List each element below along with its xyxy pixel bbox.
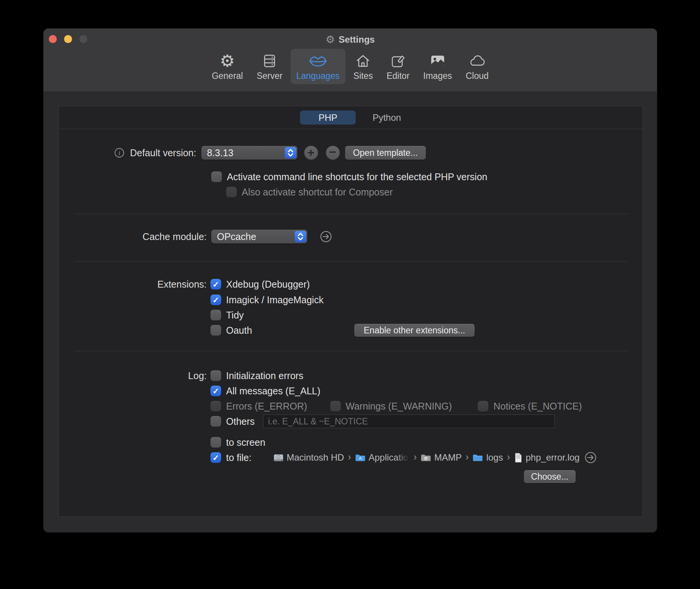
path-label: Applications: [369, 452, 410, 463]
initialization-errors-label: Initialization errors: [226, 370, 303, 381]
all-messages-label: All messages (E_ALL): [226, 386, 320, 397]
tab-python[interactable]: Python: [372, 112, 401, 123]
house-icon: [355, 52, 371, 70]
remove-version-button[interactable]: [326, 146, 340, 160]
toolbar-item-cloud[interactable]: Cloud: [460, 49, 494, 84]
choose-file-button[interactable]: Choose...: [524, 470, 576, 483]
log-file-icon: [514, 453, 523, 463]
to-screen-label: to screen: [226, 437, 265, 448]
open-template-button[interactable]: Open template...: [345, 146, 426, 160]
toolbar-item-editor[interactable]: Editor: [381, 49, 415, 84]
toolbar-item-images[interactable]: Images: [417, 49, 458, 84]
path-item: php_error.log: [514, 452, 580, 463]
log-file-path: Macintosh HD › A Applications ›: [273, 451, 597, 464]
path-label: logs: [486, 452, 503, 463]
chevron-up-down-icon: [285, 147, 296, 158]
extension-row: Oauth: [210, 323, 252, 338]
pencil-square-icon: [390, 52, 406, 70]
info-icon[interactable]: i: [114, 147, 125, 158]
chevron-up-down-icon: [295, 231, 306, 242]
xdebug-label: Xdebug (Debugger): [226, 279, 310, 290]
toolbar-item-languages[interactable]: Languages: [291, 49, 345, 84]
log-label: Log:: [59, 368, 207, 383]
extension-row: Xdebug (Debugger): [210, 277, 310, 292]
activate-cli-row: Activate command line shortcuts for the …: [211, 169, 487, 184]
mamp-folder-icon: [421, 453, 431, 462]
log-others-row: Others: [210, 414, 255, 429]
log-levels-row: Errors (E_ERROR) Warnings (E_WARNING) No…: [210, 399, 582, 414]
cache-module-value: OPcache: [217, 231, 256, 242]
toolbar-item-sites[interactable]: Sites: [348, 49, 379, 84]
applications-folder-icon: A: [355, 453, 366, 462]
errors-label: Errors (E_ERROR): [226, 401, 307, 412]
imagick-label: Imagick / ImageMagick: [226, 294, 324, 306]
add-version-button[interactable]: [304, 146, 318, 160]
path-item: Macintosh HD: [273, 452, 344, 463]
to-file-checkbox[interactable]: [210, 452, 221, 463]
tab-php[interactable]: PHP: [300, 110, 356, 125]
php-version-select[interactable]: 8.3.13: [201, 146, 297, 160]
php-version-value: 8.3.13: [207, 147, 234, 158]
photo-icon: [430, 52, 445, 70]
lips-icon: [309, 52, 327, 70]
cache-module-select[interactable]: OPcache: [211, 230, 307, 243]
toolbar: ⚙ General Server: [43, 49, 657, 84]
composer-checkbox: [226, 187, 237, 197]
settings-gear-icon: ⚙: [326, 35, 335, 45]
log-all-messages-row: All messages (E_ALL): [210, 383, 320, 399]
initialization-errors-checkbox[interactable]: [210, 370, 221, 381]
reveal-log-file-button[interactable]: [584, 451, 597, 464]
others-input[interactable]: [263, 415, 555, 428]
path-separator: ›: [414, 452, 417, 462]
cloud-icon: [469, 52, 486, 70]
toolbar-label: Sites: [353, 71, 373, 81]
path-separator: ›: [348, 452, 351, 462]
all-messages-checkbox[interactable]: [210, 386, 221, 396]
default-version-row: i Default version: 8.3.13 Open template.…: [114, 145, 426, 160]
toolbar-label: Languages: [296, 71, 340, 81]
toolbar-item-server[interactable]: Server: [251, 49, 288, 84]
to-file-label: to file:: [226, 452, 252, 463]
languages-panel: PHP Python i Default version: 8.3.13: [58, 106, 643, 517]
path-item: logs: [472, 452, 503, 463]
log-to-file-row: to file: Macintosh HD ›: [210, 450, 597, 465]
cache-module-row: OPcache: [211, 229, 332, 244]
path-item: MAMP: [421, 452, 462, 463]
to-screen-checkbox[interactable]: [210, 437, 221, 448]
errors-checkbox: [210, 401, 221, 411]
composer-row: Also activate shortcut for Composer: [226, 184, 393, 200]
cache-module-goto-button[interactable]: [320, 230, 332, 243]
language-tabs: PHP Python: [59, 106, 642, 129]
default-version-label: Default version:: [130, 147, 196, 158]
toolbar-label: General: [212, 71, 243, 81]
notices-label: Notices (E_NOTICE): [493, 401, 582, 412]
logs-folder-icon: [472, 453, 483, 462]
svg-text:i: i: [119, 149, 120, 157]
window-header: ⚙ Settings ⚙ General: [43, 29, 657, 92]
extension-row: Tidy: [210, 307, 244, 323]
gear-icon: ⚙: [220, 52, 235, 70]
svg-text:A: A: [359, 456, 362, 461]
tidy-checkbox[interactable]: [210, 310, 221, 320]
toolbar-label: Cloud: [466, 71, 488, 81]
cache-module-label: Cache module:: [59, 229, 207, 244]
separator: [74, 351, 628, 351]
xdebug-checkbox[interactable]: [210, 279, 221, 290]
oauth-checkbox[interactable]: [210, 325, 221, 336]
extension-row: Imagick / ImageMagick: [210, 292, 324, 307]
enable-other-extensions-button[interactable]: Enable other extensions...: [354, 324, 475, 337]
path-label: Macintosh HD: [287, 452, 344, 463]
others-checkbox[interactable]: [210, 416, 221, 427]
separator: [74, 214, 628, 214]
path-separator: ›: [507, 452, 510, 462]
activate-cli-checkbox[interactable]: [211, 171, 222, 182]
imagick-checkbox[interactable]: [210, 294, 221, 305]
notices-checkbox: [478, 401, 488, 411]
titlebar: ⚙ Settings: [43, 33, 657, 46]
window-title: Settings: [339, 34, 375, 45]
tidy-label: Tidy: [226, 310, 244, 321]
toolbar-label: Editor: [387, 71, 409, 81]
toolbar-item-general[interactable]: ⚙ General: [206, 49, 249, 84]
composer-label: Also activate shortcut for Composer: [242, 187, 393, 198]
path-separator: ›: [466, 452, 469, 462]
